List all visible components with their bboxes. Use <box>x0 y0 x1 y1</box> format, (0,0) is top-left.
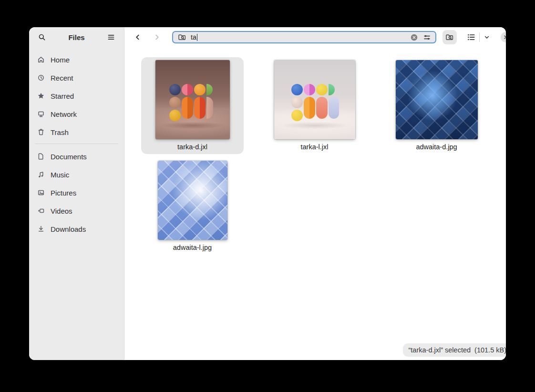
sidebar-item-label: Downloads <box>51 225 86 233</box>
file-view: tarka-d.jxl <box>124 47 506 360</box>
clear-search-button[interactable] <box>409 32 419 42</box>
file-item-adwaita-d[interactable]: adwaita-d.jpg <box>385 57 488 154</box>
sidebar-header: Files <box>29 27 124 47</box>
main-pane: ta <box>124 27 506 360</box>
sidebar-separator <box>35 144 118 144</box>
status-bar: “tarka-d.jxl” selected (101.5 kB) <box>403 343 506 357</box>
file-thumbnail <box>158 161 227 240</box>
files-window: Files Home <box>29 27 506 360</box>
music-note-icon <box>37 171 45 178</box>
view-options-dropdown-button[interactable] <box>481 31 493 44</box>
file-name: adwaita-l.jpg <box>141 244 244 251</box>
picture-icon <box>37 189 45 196</box>
sidebar-item-recent[interactable]: Recent <box>33 69 120 86</box>
file-item-tarka-l[interactable]: tarka-l.jxl <box>263 57 366 154</box>
sidebar: Files Home <box>29 27 124 360</box>
search-icon <box>38 33 46 41</box>
file-name: tarka-d.jxl <box>141 143 244 151</box>
folder-search-icon <box>445 33 454 41</box>
window-close-button[interactable] <box>501 32 506 42</box>
chevron-right-icon <box>153 33 161 41</box>
sidebar-search-button[interactable] <box>35 31 49 44</box>
file-item-adwaita-l[interactable]: adwaita-l.jpg <box>141 158 244 255</box>
chevron-left-icon <box>134 33 142 41</box>
trash-icon <box>37 128 45 136</box>
window-title: Files <box>49 33 104 41</box>
file-thumbnail <box>155 60 230 139</box>
close-icon <box>503 34 506 41</box>
sidebar-item-starred[interactable]: Starred <box>33 87 120 104</box>
file-grid: tarka-d.jxl <box>124 47 506 255</box>
list-view-icon <box>467 33 475 41</box>
clock-icon <box>37 74 45 82</box>
file-item-tarka-d[interactable]: tarka-d.jxl <box>141 57 244 154</box>
video-camera-icon <box>37 207 45 215</box>
chevron-down-icon <box>484 34 490 41</box>
view-options-split-button <box>464 31 493 44</box>
folder-search-icon <box>177 32 187 42</box>
sidebar-item-label: Recent <box>51 74 73 82</box>
file-name: adwaita-d.jpg <box>385 143 488 151</box>
sidebar-item-home[interactable]: Home <box>33 51 120 68</box>
sidebar-item-videos[interactable]: Videos <box>33 202 120 219</box>
search-filter-button[interactable] <box>422 32 432 42</box>
search-input-value: ta <box>191 33 196 41</box>
document-icon <box>37 153 45 160</box>
sidebar-item-pictures[interactable]: Pictures <box>33 184 120 201</box>
home-icon <box>37 56 45 63</box>
network-icon <box>37 110 45 118</box>
sidebar-item-label: Starred <box>51 92 74 100</box>
file-thumbnail <box>396 60 478 139</box>
download-icon <box>37 225 45 233</box>
forward-button[interactable] <box>150 31 164 44</box>
hamburger-menu-icon <box>107 33 115 41</box>
star-icon <box>37 92 45 100</box>
file-thumbnail <box>274 60 355 139</box>
list-view-button[interactable] <box>464 31 478 44</box>
sidebar-list: Home Recent Starre <box>29 47 124 242</box>
sidebar-item-music[interactable]: Music <box>33 166 120 183</box>
sidebar-item-label: Documents <box>51 153 87 161</box>
sidebar-item-documents[interactable]: Documents <box>33 148 120 165</box>
sidebar-item-label: Network <box>51 110 77 118</box>
main-menu-button[interactable] <box>104 31 118 44</box>
sidebar-item-label: Trash <box>51 128 69 136</box>
sidebar-item-network[interactable]: Network <box>33 105 120 123</box>
search-input[interactable]: ta <box>172 31 436 43</box>
split-button-divider <box>479 32 480 42</box>
file-name: tarka-l.jxl <box>263 143 366 151</box>
search-toggle-button[interactable] <box>442 30 457 44</box>
sidebar-item-downloads[interactable]: Downloads <box>33 220 120 237</box>
sidebar-item-label: Home <box>51 56 70 64</box>
back-button[interactable] <box>131 31 144 44</box>
sidebar-item-label: Music <box>51 171 69 179</box>
sidebar-item-label: Videos <box>51 207 72 215</box>
text-caret <box>197 34 197 41</box>
sidebar-item-trash[interactable]: Trash <box>33 124 120 141</box>
sidebar-item-label: Pictures <box>51 189 76 197</box>
headerbar: ta <box>124 27 506 47</box>
desktop-background: Files Home <box>0 0 535 392</box>
